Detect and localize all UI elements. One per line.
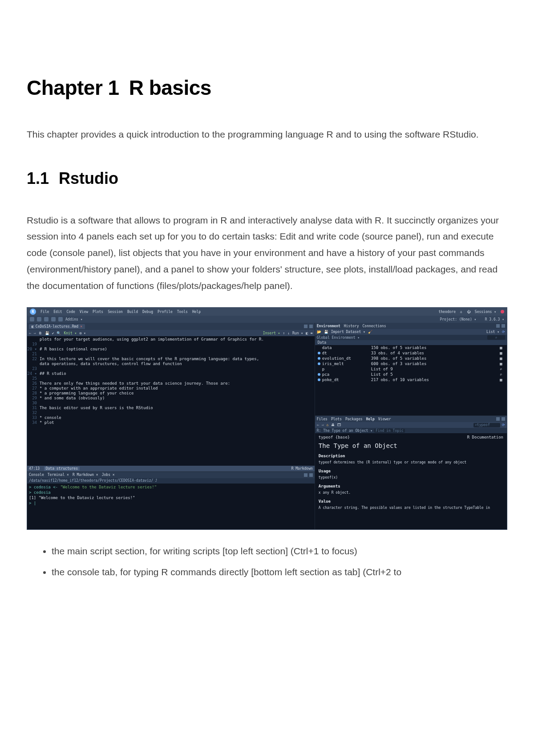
menu-item[interactable]: File bbox=[40, 310, 49, 314]
popout-icon[interactable]: 🗖 bbox=[337, 423, 341, 427]
expand-icon[interactable] bbox=[318, 373, 320, 376]
view-object-icon[interactable]: ⌕ bbox=[500, 367, 504, 371]
view-object-icon[interactable]: ▦ bbox=[500, 356, 504, 361]
save-icon[interactable]: 💾 bbox=[324, 330, 328, 334]
view-object-icon[interactable]: ▦ bbox=[500, 351, 504, 355]
find-in-topic-input[interactable]: Find in Topic bbox=[374, 429, 405, 433]
back-icon[interactable]: ⇦ bbox=[317, 423, 319, 427]
outline-icon[interactable]: ≡ bbox=[311, 331, 313, 335]
view-object-icon[interactable]: ▦ bbox=[500, 345, 504, 350]
rmarkdown-tab[interactable]: R Markdown × bbox=[73, 473, 98, 477]
knit-button[interactable]: Knit ▾ bbox=[64, 331, 77, 335]
maximize-icon[interactable] bbox=[309, 473, 313, 477]
jobs-tab[interactable]: Jobs × bbox=[102, 473, 115, 477]
clear-env-icon[interactable]: 🧹 bbox=[368, 330, 372, 334]
help-search-input[interactable]: ⌕ typeof bbox=[473, 423, 500, 427]
menu-item[interactable]: Code bbox=[67, 310, 75, 314]
packages-tab[interactable]: Packages bbox=[345, 417, 363, 421]
close-icon[interactable]: × bbox=[80, 325, 82, 329]
new-project-icon[interactable] bbox=[37, 317, 41, 321]
view-object-icon[interactable]: ⌕ bbox=[500, 372, 504, 377]
env-object-row[interactable]: iris_melt600 obs. of 3 variables▦ bbox=[315, 361, 507, 366]
maximize-icon[interactable] bbox=[309, 325, 313, 328]
save-all-icon[interactable] bbox=[51, 317, 56, 321]
find-icon[interactable]: 🔍 bbox=[57, 331, 61, 335]
view-object-icon[interactable]: ▦ bbox=[500, 378, 504, 382]
expand-icon[interactable] bbox=[318, 378, 320, 381]
print-icon[interactable] bbox=[58, 317, 63, 321]
environment-tab[interactable]: Environment bbox=[317, 324, 340, 328]
set-wd-icon[interactable]: ⤴ bbox=[155, 479, 157, 483]
power-icon[interactable]: ⏻ bbox=[467, 310, 470, 314]
forward-icon[interactable]: ⇨ bbox=[322, 423, 324, 427]
notification-badge-icon[interactable] bbox=[501, 310, 504, 313]
home-icon[interactable]: ⌂ bbox=[460, 310, 462, 314]
env-search-input[interactable]: ⌕ bbox=[487, 335, 505, 340]
env-object-row[interactable]: evolution_dt398 obs. of 5 variables▦ bbox=[315, 356, 507, 361]
up-arrow-icon[interactable]: ↑ bbox=[283, 331, 285, 335]
list-view-menu[interactable]: List ▾ bbox=[486, 330, 499, 334]
minimize-icon[interactable] bbox=[496, 324, 500, 328]
expand-icon[interactable] bbox=[318, 352, 320, 354]
open-file-icon[interactable] bbox=[44, 317, 49, 321]
expand-icon[interactable] bbox=[318, 362, 320, 365]
help-tab[interactable]: Help bbox=[366, 417, 375, 421]
back-icon[interactable]: ⇦ bbox=[29, 331, 31, 335]
insert-menu[interactable]: Insert ▾ bbox=[263, 331, 280, 335]
minimize-icon[interactable] bbox=[304, 473, 307, 477]
menu-item[interactable]: Help bbox=[192, 310, 201, 314]
doc-type-label[interactable]: R Markdown bbox=[291, 467, 313, 471]
expand-icon[interactable] bbox=[318, 357, 320, 360]
save-icon[interactable]: 💾 bbox=[45, 331, 49, 335]
maximize-icon[interactable] bbox=[502, 417, 505, 421]
down-arrow-icon[interactable]: ↓ bbox=[287, 331, 290, 335]
view-object-icon[interactable]: ▦ bbox=[500, 362, 504, 366]
menu-item[interactable]: Debug bbox=[142, 310, 153, 314]
show-doc-icon[interactable]: 🗎 bbox=[39, 331, 42, 335]
console-body[interactable]: > cedosia <- "Welcome to the Dataviz lec… bbox=[27, 484, 315, 530]
viewer-tab[interactable]: Viewer bbox=[378, 417, 391, 421]
import-dataset-menu[interactable]: Import Dataset ▾ bbox=[331, 330, 365, 334]
run-button[interactable]: Run ▾ bbox=[292, 331, 303, 335]
env-object-row[interactable]: poke_dt217 obs. of 10 variables▦ bbox=[315, 377, 507, 382]
files-tab[interactable]: Files bbox=[317, 417, 328, 421]
menu-item[interactable]: Plots bbox=[93, 310, 103, 314]
source-editor[interactable]: plots for your target audience, using gg… bbox=[27, 336, 315, 465]
env-object-row[interactable]: pcaList of 5⌕ bbox=[315, 372, 507, 377]
project-menu[interactable]: Project: (None) ▾ bbox=[440, 317, 476, 321]
source-tab[interactable]: ◧ CeDoSIA-lectures.Rmd × bbox=[29, 324, 85, 329]
menu-item[interactable]: View bbox=[80, 310, 88, 314]
spellcheck-icon[interactable]: ✔ bbox=[52, 331, 54, 335]
maximize-icon[interactable] bbox=[502, 324, 505, 328]
load-icon[interactable]: 📂 bbox=[317, 330, 321, 334]
chunk-label[interactable]: Data structures bbox=[44, 467, 80, 471]
terminal-tab[interactable]: Terminal × bbox=[48, 473, 69, 477]
addins-menu[interactable]: Addins ▾ bbox=[65, 317, 83, 321]
menu-item[interactable]: Profile bbox=[158, 310, 173, 314]
print-icon[interactable]: 🖶 bbox=[331, 423, 335, 427]
menu-item[interactable]: Build bbox=[127, 310, 138, 314]
home-icon[interactable]: ⌂ bbox=[326, 423, 328, 427]
forward-icon[interactable]: ⇨ bbox=[34, 331, 36, 335]
menu-item[interactable]: Tools bbox=[177, 310, 188, 314]
plots-tab[interactable]: Plots bbox=[331, 417, 342, 421]
minimize-icon[interactable] bbox=[304, 325, 307, 328]
menu-item[interactable]: Session bbox=[108, 310, 123, 314]
env-object-row[interactable]: pList of 9⌕ bbox=[315, 366, 507, 372]
console-tab[interactable]: Console bbox=[29, 473, 44, 477]
publish-icon[interactable]: ◧ bbox=[306, 331, 308, 335]
refresh-icon[interactable]: ⟳ bbox=[502, 423, 505, 427]
gear-menu[interactable]: ⚙ ▾ bbox=[79, 331, 85, 335]
menu-item[interactable]: Edit bbox=[53, 310, 62, 314]
history-tab[interactable]: History bbox=[344, 324, 359, 328]
scope-menu[interactable]: Global Environment ▾ bbox=[317, 336, 360, 340]
new-file-icon[interactable] bbox=[30, 317, 34, 321]
minimize-icon[interactable] bbox=[496, 417, 500, 421]
env-object-row[interactable]: dt33 obs. of 4 variables▦ bbox=[315, 350, 507, 356]
r-version-menu[interactable]: R 3.6.3 ▾ bbox=[485, 317, 504, 321]
sessions-menu[interactable]: Sessions ▾ bbox=[475, 310, 496, 314]
help-topic-dropdown[interactable]: R: The Type of an Object ▾ bbox=[317, 429, 372, 433]
refresh-icon[interactable]: ⟳ bbox=[502, 330, 505, 334]
connections-tab[interactable]: Connections bbox=[363, 324, 386, 328]
env-object-row[interactable]: data150 obs. of 5 variables▦ bbox=[315, 345, 507, 350]
